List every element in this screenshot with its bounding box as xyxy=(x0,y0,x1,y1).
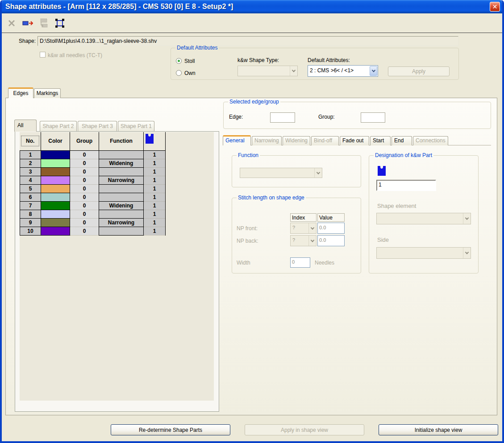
edge-group-cell[interactable]: 0 xyxy=(70,150,99,159)
col-header-function[interactable]: Function xyxy=(99,132,144,150)
part-tab-all[interactable]: All xyxy=(14,120,37,132)
edge-group-cell[interactable]: 0 xyxy=(70,193,99,201)
edge-color-cell[interactable] xyxy=(41,184,70,193)
part-number-field[interactable]: 1 xyxy=(376,180,436,191)
np-back-index-combo[interactable]: ? xyxy=(290,235,317,246)
edge-row-6: 601 xyxy=(20,193,166,201)
edge-no-cell[interactable]: 3 xyxy=(20,167,41,176)
edge-function-cell[interactable] xyxy=(99,210,144,218)
edge-group-cell[interactable]: 0 xyxy=(70,167,99,176)
detail-tab-general[interactable]: General xyxy=(223,135,251,145)
edge-group-cell[interactable]: 0 xyxy=(70,210,99,218)
kw-shape-type-combo[interactable] xyxy=(237,66,298,76)
edge-part-cell[interactable]: 1 xyxy=(144,176,166,184)
edge-color-cell[interactable] xyxy=(41,193,70,201)
own-radio[interactable] xyxy=(176,70,182,76)
edge-no-cell[interactable]: 8 xyxy=(20,210,41,218)
edge-color-cell[interactable] xyxy=(41,167,70,176)
part-tab-shape-part-1[interactable]: Shape Part 1 xyxy=(118,121,154,132)
edge-no-cell[interactable]: 5 xyxy=(20,184,41,193)
edge-function-cell[interactable] xyxy=(99,167,144,176)
apply-attribute-icon[interactable] xyxy=(22,18,33,29)
default-attributes-combo[interactable]: 2 : CMS >6< / <1> xyxy=(308,65,378,77)
col-header-group[interactable]: Group xyxy=(70,132,99,150)
close-button[interactable]: ✕ xyxy=(490,2,500,12)
group-value-field[interactable] xyxy=(361,112,385,123)
edge-part-cell[interactable]: 1 xyxy=(144,167,166,176)
apply-in-shape-view-button[interactable]: Apply in shape view xyxy=(245,424,364,435)
np-front-index-combo[interactable]: ? xyxy=(290,223,317,234)
tab-edges[interactable]: Edges xyxy=(8,87,33,98)
edge-function-cell[interactable]: Narrowing xyxy=(99,176,144,184)
edge-part-cell[interactable]: 1 xyxy=(144,150,166,159)
edge-color-cell[interactable] xyxy=(41,227,70,235)
detail-tab-connections[interactable]: Connections xyxy=(413,136,448,145)
function-combo[interactable] xyxy=(240,168,322,178)
edge-no-cell[interactable]: 9 xyxy=(20,218,41,227)
np-front-value-field[interactable]: 0.0 xyxy=(317,223,345,234)
detail-tab-narrowing[interactable]: Narrowing xyxy=(252,136,282,145)
edge-part-cell[interactable]: 1 xyxy=(144,201,166,210)
edge-value-field[interactable] xyxy=(270,112,295,123)
col-header-color[interactable]: Color xyxy=(41,132,70,150)
re-determine-shape-parts-button[interactable]: Re-determine Shape Parts xyxy=(111,424,230,435)
edge-color-cell[interactable] xyxy=(41,159,70,167)
detail-tab-widening[interactable]: Widening xyxy=(283,136,310,145)
edge-no-cell[interactable]: 7 xyxy=(20,201,41,210)
side-combo[interactable] xyxy=(376,247,471,259)
edge-function-cell[interactable] xyxy=(99,193,144,201)
tab-markings[interactable]: Markings xyxy=(34,88,61,98)
edge-part-cell[interactable]: 1 xyxy=(144,218,166,227)
edge-group-cell[interactable]: 0 xyxy=(70,184,99,193)
shape-element-combo[interactable] xyxy=(376,213,471,224)
kw-all-needles-checkbox[interactable] xyxy=(40,52,46,58)
function-group-title: Function xyxy=(237,152,260,158)
toolbar xyxy=(2,13,502,33)
detail-tab-fade-out[interactable]: Fade out xyxy=(340,136,369,145)
edge-function-cell[interactable] xyxy=(99,184,144,193)
stoll-radio[interactable] xyxy=(176,58,182,64)
edge-function-cell[interactable]: Widening xyxy=(99,201,144,210)
edge-part-cell[interactable]: 1 xyxy=(144,227,166,235)
edge-no-cell[interactable]: 1 xyxy=(20,150,41,159)
shape-label: Shape: xyxy=(19,38,36,44)
col-header-no[interactable]: No. xyxy=(20,132,41,150)
group-label: Group: xyxy=(318,114,335,120)
edge-color-cell[interactable] xyxy=(41,201,70,210)
part-tab-shape-part-2[interactable]: Shape Part 2 xyxy=(40,121,77,132)
edge-no-cell[interactable]: 6 xyxy=(20,193,41,201)
edge-color-cell[interactable] xyxy=(41,210,70,218)
edge-color-cell[interactable] xyxy=(41,176,70,184)
edge-group-cell[interactable]: 0 xyxy=(70,176,99,184)
edge-function-cell[interactable] xyxy=(99,227,144,235)
edge-part-cell[interactable]: 1 xyxy=(144,159,166,167)
edge-color-cell[interactable] xyxy=(41,150,70,159)
col-header-part[interactable] xyxy=(144,132,166,150)
edge-no-cell[interactable]: 10 xyxy=(20,227,41,235)
edge-group-cell[interactable]: 0 xyxy=(70,201,99,210)
select-shape-icon[interactable] xyxy=(54,18,65,29)
detail-tab-end[interactable]: End xyxy=(392,136,412,145)
edge-color-cell[interactable] xyxy=(41,218,70,227)
detail-tab-bind-off[interactable]: Bind-off xyxy=(311,136,339,145)
edge-group-cell[interactable]: 0 xyxy=(70,218,99,227)
edge-part-cell[interactable]: 1 xyxy=(144,184,166,193)
apply-button[interactable]: Apply xyxy=(388,66,450,76)
np-back-value-field[interactable]: 0.0 xyxy=(317,235,345,246)
edge-function-cell[interactable]: Narrowing xyxy=(99,218,144,227)
width-field[interactable]: 0 xyxy=(290,257,310,268)
edge-row-7: 70Widening1 xyxy=(20,201,166,210)
edge-no-cell[interactable]: 4 xyxy=(20,176,41,184)
edge-part-cell[interactable]: 1 xyxy=(144,193,166,201)
edge-group-cell[interactable]: 0 xyxy=(70,159,99,167)
kw-all-needles-label: k&w all needles (TC-T) xyxy=(48,52,102,58)
part-tab-shape-part-3[interactable]: Shape Part 3 xyxy=(78,121,117,132)
index-column-header: Index xyxy=(290,213,317,222)
detail-tab-start[interactable]: Start xyxy=(370,136,391,145)
initialize-shape-view-button[interactable]: Initialize shape view xyxy=(379,424,498,435)
edge-no-cell[interactable]: 2 xyxy=(20,159,41,167)
edge-part-cell[interactable]: 1 xyxy=(144,210,166,218)
edge-group-cell[interactable]: 0 xyxy=(70,227,99,235)
edge-function-cell[interactable] xyxy=(99,150,144,159)
edge-function-cell[interactable]: Widening xyxy=(99,159,144,167)
